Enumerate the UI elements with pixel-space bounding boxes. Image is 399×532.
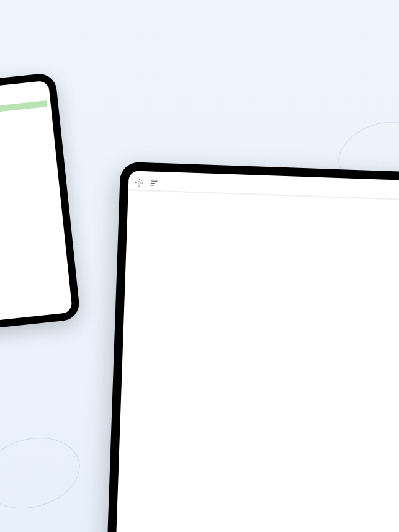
tablet-left: 📄	[0, 72, 81, 337]
tablet-main	[107, 162, 399, 532]
tablet-left-screen: 📄	[0, 81, 73, 329]
menu-icon[interactable]	[150, 179, 158, 187]
decor-blob	[0, 427, 88, 519]
tablet-main-screen	[115, 171, 399, 532]
gear-icon[interactable]	[135, 179, 143, 187]
svg-point-0	[138, 182, 140, 184]
headline	[0, 25, 399, 49]
